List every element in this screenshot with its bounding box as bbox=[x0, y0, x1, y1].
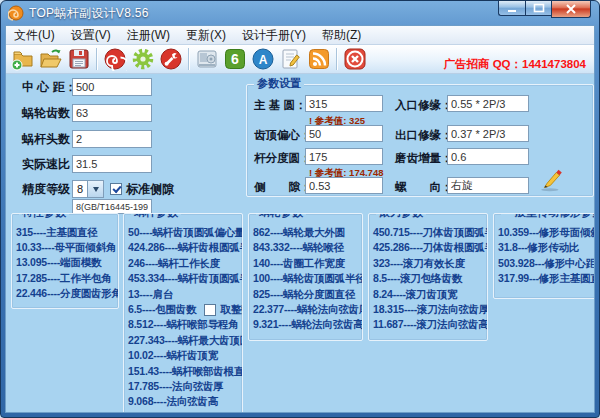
worm-pitch-circle-input[interactable] bbox=[305, 148, 383, 165]
caption-buttons bbox=[498, 1, 591, 18]
open-file-icon[interactable] bbox=[38, 46, 64, 72]
param-item: 8.5----滚刀包络齿数 bbox=[373, 271, 485, 286]
svg-text:A: A bbox=[259, 53, 268, 67]
main-base-circle-input[interactable] bbox=[305, 95, 383, 112]
param-item: 8.512----蜗杆喉部导程角 bbox=[128, 317, 240, 332]
app-window: TOP蜗杆副设计V8.56 文件(U) 设置(V) 注册(W) 更新(X) 设计… bbox=[0, 0, 600, 418]
param-item: 862----蜗轮最大外圆 bbox=[253, 225, 360, 240]
save-icon[interactable] bbox=[66, 46, 92, 72]
grinding-increment-input[interactable] bbox=[447, 148, 529, 165]
main-base-circle-label: 主 基 圆： bbox=[254, 98, 306, 113]
machine-icon[interactable] bbox=[194, 46, 220, 72]
menu-update[interactable]: 更新(X) bbox=[178, 26, 234, 45]
wheel-teeth-label: 蜗轮齿数： bbox=[22, 105, 72, 122]
param-item: 317.99---修形主基圆直径 bbox=[498, 271, 594, 286]
toolbar-separator bbox=[336, 48, 338, 70]
entry-relief-input[interactable] bbox=[447, 95, 529, 112]
client-area: 文件(U) 设置(V) 注册(W) 更新(X) 设计手册(Y) 帮助(Z) bbox=[5, 25, 595, 413]
param-item: 315----主基圆直径 bbox=[16, 225, 115, 240]
minimize-button[interactable] bbox=[498, 1, 525, 16]
group-title: 特性参数 bbox=[19, 213, 69, 219]
round-integer-checkbox[interactable] bbox=[204, 304, 216, 316]
entry-relief-label: 入口修缘： bbox=[395, 98, 453, 113]
param-item: 18.315----滚刀法向弦齿厚 bbox=[373, 302, 485, 317]
group-title: 蜗杆参数 bbox=[131, 213, 181, 219]
group-wheel-params: 蜗轮参数 862----蜗轮最大外圆 843.332----蜗轮喉径 140--… bbox=[248, 213, 363, 341]
standard-backlash-checkbox[interactable] bbox=[110, 183, 122, 195]
maximize-button[interactable] bbox=[525, 1, 551, 16]
param-item: 843.332----蜗轮喉径 bbox=[253, 240, 360, 255]
exit-relief-input[interactable] bbox=[447, 125, 529, 142]
param-item: 13.095----端面模数 bbox=[16, 255, 115, 270]
tip-eccentric-input[interactable] bbox=[305, 125, 383, 142]
rss-icon[interactable] bbox=[306, 46, 332, 72]
worm-starts-input[interactable] bbox=[72, 130, 152, 148]
param-item: 22.377----蜗轮法向弦齿厚 bbox=[253, 302, 360, 317]
group-param-settings: 参数设置 主 基 圆： ! 参考值: 325 齿顶偏心： 杆分度圆： ! 参考值… bbox=[246, 84, 594, 197]
ad-text: 广告招商 QQ：1441473804 bbox=[443, 57, 586, 73]
spiral-direction-label: 螺 向： bbox=[395, 180, 453, 195]
exit-icon[interactable] bbox=[342, 46, 368, 72]
group-worm-params: 蜗杆参数 50----蜗杆齿顶圆弧偏心量 424.286----蜗杆齿根圆弧半径… bbox=[123, 213, 243, 412]
accuracy-select[interactable]: 8 bbox=[72, 180, 104, 198]
exit-relief-label: 出口修缘： bbox=[395, 128, 453, 143]
accuracy-standard-input[interactable] bbox=[72, 199, 152, 214]
param-item: 246----蜗杆工作长度 bbox=[128, 256, 240, 271]
param-item: 140----齿圈工作宽度 bbox=[253, 256, 360, 271]
param-item: 17.785----法向弦齿厚 bbox=[128, 379, 240, 394]
backlash-input[interactable] bbox=[305, 177, 383, 194]
title-bar: TOP蜗杆副设计V8.56 bbox=[1, 1, 599, 25]
new-file-icon[interactable] bbox=[10, 46, 36, 72]
param-item: 450.715----刀体齿顶圆弧半径 bbox=[373, 225, 485, 240]
standard-backlash-label: 标准侧隙 bbox=[126, 181, 174, 198]
param-item: 227.343----蜗杆最大齿顶圆直 bbox=[128, 333, 240, 348]
letter-a-icon[interactable]: A bbox=[250, 46, 276, 72]
menu-register[interactable]: 注册(W) bbox=[119, 26, 178, 45]
param-item-with-checkbox: 6.5----包围齿数 取整数 bbox=[128, 302, 240, 317]
accuracy-value: 8 bbox=[77, 183, 83, 195]
param-settings-title: 参数设置 bbox=[254, 77, 304, 90]
param-item: 9.321----蜗轮法向弦齿高 bbox=[253, 317, 360, 332]
wrench-icon[interactable] bbox=[158, 46, 184, 72]
app-icon bbox=[8, 5, 24, 21]
param-item: 10.02----蜗杆齿顶宽 bbox=[128, 348, 240, 363]
menu-bar: 文件(U) 设置(V) 注册(W) 更新(X) 设计手册(Y) 帮助(Z) bbox=[6, 26, 594, 45]
group-hob-params: 滚刀参数 450.715----刀体齿顶圆弧半径 425.286----刀体齿根… bbox=[368, 213, 488, 341]
param-item: 323----滚刀有效长度 bbox=[373, 256, 485, 271]
toolbar-separator bbox=[96, 48, 98, 70]
worm-starts-label: 蜗杆头数： bbox=[22, 131, 72, 148]
menu-settings[interactable]: 设置(V) bbox=[63, 26, 119, 45]
close-button[interactable] bbox=[551, 1, 591, 18]
param-item: 50----蜗杆齿顶圆弧偏心量 bbox=[128, 225, 240, 240]
param-item: 6.5----包围齿数 bbox=[128, 302, 196, 317]
param-item: 825----蜗轮分度圆直径 bbox=[253, 287, 360, 302]
menu-design-manual[interactable]: 设计手册(Y) bbox=[234, 26, 314, 45]
edit-pencil-icon[interactable] bbox=[539, 167, 565, 193]
param-item: 425.286----刀体齿根圆弧半径 bbox=[373, 240, 485, 255]
accuracy-label: 精度等级： bbox=[22, 181, 72, 198]
actual-ratio-input[interactable] bbox=[72, 155, 152, 173]
wheel-teeth-input[interactable] bbox=[72, 104, 152, 122]
notes-icon[interactable] bbox=[278, 46, 304, 72]
spiral-icon[interactable] bbox=[102, 46, 128, 72]
actual-ratio-label: 实际速比： bbox=[22, 156, 72, 173]
param-item: 10.359---修形母面倾斜角 bbox=[498, 225, 594, 240]
spiral-direction-input[interactable] bbox=[447, 177, 529, 194]
chevron-down-icon[interactable] bbox=[87, 181, 103, 197]
gear-icon[interactable] bbox=[130, 46, 156, 72]
param-item: 11.687----滚刀法向弦齿高 bbox=[373, 317, 485, 332]
menu-file[interactable]: 文件(U) bbox=[6, 26, 63, 45]
number-six-icon[interactable]: 6 bbox=[222, 46, 248, 72]
worm-pitch-circle-label: 杆分度圆： bbox=[254, 151, 312, 166]
param-item: 8.24----滚刀齿顶宽 bbox=[373, 287, 485, 302]
menu-help[interactable]: 帮助(Z) bbox=[314, 26, 369, 45]
group-title: 一般型传动修形参数 bbox=[501, 213, 594, 219]
param-item: 503.928---修形中心距 bbox=[498, 256, 594, 271]
param-item: 17.285----工作半包角 bbox=[16, 271, 115, 286]
group-modification-params: 一般型传动修形参数 10.359---修形母面倾斜角 31.8---修形传动比 … bbox=[493, 213, 594, 299]
toolbar: 6 A 广告招商 QQ：1441473804 bbox=[6, 45, 594, 74]
param-item: 424.286----蜗杆齿根圆弧半径 bbox=[128, 240, 240, 255]
center-distance-input[interactable] bbox=[72, 78, 152, 96]
grinding-increment-label: 磨齿增量： bbox=[395, 151, 453, 166]
workspace: 中 心 距： 蜗轮齿数： 蜗杆头数： 实际速比： 精度等级： 8 bbox=[6, 74, 594, 412]
